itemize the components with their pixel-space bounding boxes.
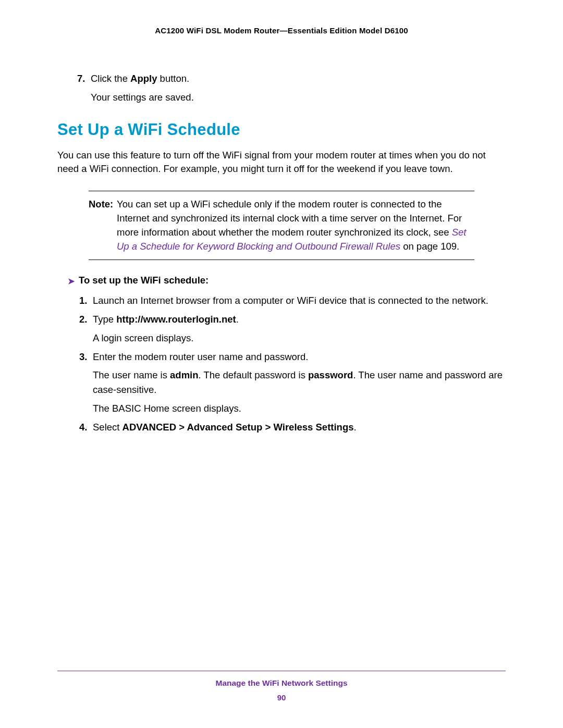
text-mid: . The default password is: [199, 369, 308, 380]
arrow-icon: ➤: [68, 276, 75, 286]
text-post: .: [236, 314, 239, 325]
password-value: password: [308, 369, 353, 380]
step-text: Click the Apply button.: [91, 73, 189, 84]
text-pre: Select: [93, 422, 123, 433]
procedure-steps: 1.Launch an Internet browser from a comp…: [79, 293, 506, 434]
note-pre: You can set up a WiFi schedule only if t…: [117, 199, 462, 238]
step-text: Launch an Internet browser from a comput…: [93, 293, 504, 308]
step-4: 4.Select ADVANCED > Advanced Setup > Wir…: [79, 420, 506, 435]
continued-step-list: 7.Click the Apply button. Your settings …: [77, 71, 506, 105]
note-text: You can set up a WiFi schedule only if t…: [117, 198, 471, 253]
step-number: 3.: [79, 350, 93, 364]
section-heading: Set Up a WiFi Schedule: [57, 120, 506, 139]
text-post: button.: [157, 73, 189, 84]
text-post: .: [354, 422, 357, 433]
step-3-detail-1: The user name is admin. The default pass…: [93, 368, 506, 397]
text-pre: The user name is: [93, 369, 170, 380]
step-2-result: A login screen displays.: [93, 331, 506, 346]
username-value: admin: [170, 369, 198, 380]
footer-section-title: Manage the WiFi Network Settings: [57, 678, 506, 688]
page-footer: Manage the WiFi Network Settings 90: [57, 671, 506, 702]
router-url: http://www.routerlogin.net: [116, 314, 236, 325]
step-7-result: Your settings are saved.: [91, 90, 506, 105]
step-text: Type http://www.routerlogin.net.: [93, 312, 504, 327]
step-1: 1.Launch an Internet browser from a comp…: [79, 293, 506, 308]
menu-path: ADVANCED > Advanced Setup > Wireless Set…: [123, 422, 354, 433]
note-body: Note:You can set up a WiFi schedule only…: [89, 191, 474, 260]
footer-rule: [57, 671, 506, 671]
page-number: 90: [57, 693, 506, 702]
procedure-heading-text: To set up the WiFi schedule:: [79, 275, 209, 286]
text-pre: Type: [93, 314, 116, 325]
step-7: 7.Click the Apply button.: [77, 71, 506, 86]
step-number: 2.: [79, 312, 93, 327]
note-label: Note:: [89, 198, 117, 212]
step-3: 3.Enter the modem router user name and p…: [79, 350, 506, 364]
step-number: 7.: [77, 71, 91, 86]
note-block: Note:You can set up a WiFi schedule only…: [89, 191, 474, 260]
text-pre: Click the: [91, 73, 130, 84]
apply-label: Apply: [130, 73, 157, 84]
intro-paragraph: You can use this feature to turn off the…: [57, 149, 506, 177]
note-post: on page 109.: [400, 241, 459, 252]
step-number: 1.: [79, 293, 93, 308]
note-rule-bottom: [89, 260, 474, 260]
step-2: 2.Type http://www.routerlogin.net.: [79, 312, 506, 327]
step-number: 4.: [79, 420, 93, 435]
document-header: AC1200 WiFi DSL Modem Router—Essentials …: [57, 26, 506, 35]
procedure-heading: ➤To set up the WiFi schedule:: [68, 275, 506, 286]
document-page: AC1200 WiFi DSL Modem Router—Essentials …: [0, 0, 563, 728]
step-text: Enter the modem router user name and pas…: [93, 350, 504, 364]
step-text: Select ADVANCED > Advanced Setup > Wirel…: [93, 420, 504, 435]
step-3-detail-2: The BASIC Home screen displays.: [93, 401, 506, 416]
